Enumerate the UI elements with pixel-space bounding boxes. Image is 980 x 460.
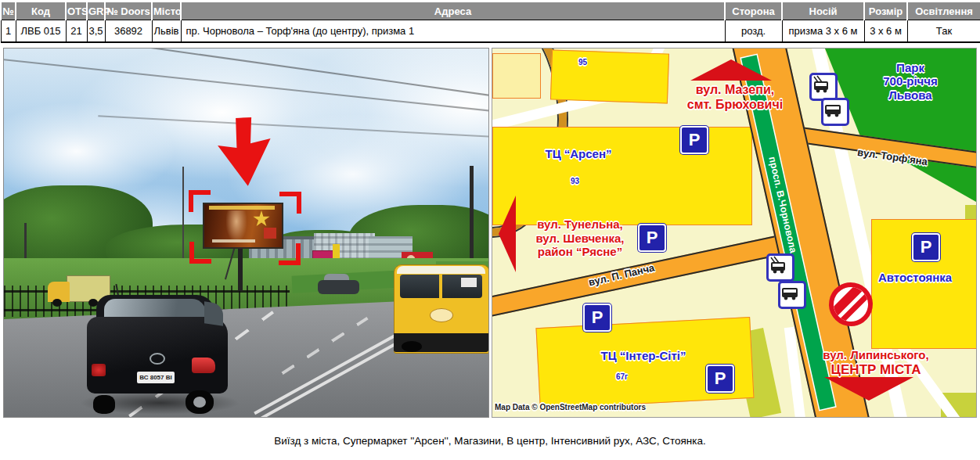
car-license-plate: ВС 8057 ВІ (137, 372, 175, 383)
cell-lighting: Так (907, 20, 980, 43)
label-park: Парк 700-річчя Львова (843, 61, 977, 102)
label-intercity-mall: ТЦ “Інтер-Сіті” (561, 349, 726, 362)
car-logo (150, 353, 165, 365)
label-parking-lot: Автостоянка (852, 271, 977, 284)
house-number-67g: 67г (616, 372, 628, 382)
bus-stop-icon (778, 281, 806, 309)
billboard-pole (238, 244, 243, 291)
direction-label-west: вул. Тунельна, вул. Шевченка, район “Ряс… (510, 217, 650, 259)
direction-label-south: вул. Липинського, ЦЕНТР МІСТА (794, 348, 958, 378)
car-wheel-rim (193, 397, 206, 408)
trolleybus-stop-icon (766, 253, 794, 282)
direction-line: вул. Мазепи, (633, 83, 837, 98)
billboard-art-figure (226, 210, 247, 242)
car-taillight-left (92, 364, 106, 376)
location-description: Виїзд з міста, Супермаркет ''Арсен'', Ма… (0, 435, 980, 447)
car-wheel-left (93, 395, 115, 414)
label-park-line: 700-річчя (843, 74, 977, 88)
col-grp: GRP (87, 2, 105, 20)
red-arrow-marker (212, 115, 278, 190)
crop-mark-bottom-left (189, 242, 211, 264)
label-arsen-mall: ТЦ “Арсен” (516, 147, 641, 160)
car: ВС 8057 ВІ (87, 295, 228, 415)
building-arsen (492, 127, 752, 225)
label-park-line: Парк (843, 61, 977, 74)
cell-size: 3 х 6 м (864, 20, 907, 43)
cell-city: Львів (152, 20, 181, 43)
cell-grp: 3,5 (87, 20, 105, 43)
col-number: № (1, 2, 16, 20)
direction-line: вул. Липинського, (794, 348, 958, 362)
truck-wheel (52, 299, 62, 307)
billboard-table: № Код OTS GRP № Doors Місто Адреса Сторо… (0, 1, 980, 43)
parking-icon: P (583, 304, 611, 332)
col-city: Місто (152, 2, 181, 20)
crop-mark-top-right (279, 192, 301, 214)
parking-icon: P (680, 126, 708, 154)
media-row: ВС 8057 ВІ (3, 48, 977, 418)
col-carrier: Носій (782, 2, 864, 20)
billboard-board (203, 203, 283, 249)
billboard-art-textline (209, 206, 275, 210)
building-intercity (535, 317, 754, 409)
crop-mark-bottom-right (279, 243, 301, 265)
col-address: Адреса (181, 2, 725, 20)
house-number-93: 93 (571, 177, 579, 186)
car-taillight-right (192, 358, 215, 373)
billboard-art-star (253, 210, 270, 228)
label-park-line: Львова (843, 88, 977, 102)
table-header-row: № Код OTS GRP № Doors Місто Адреса Сторо… (1, 2, 980, 20)
parking-icon: P (706, 365, 734, 393)
cell-ots: 21 (66, 20, 87, 43)
direction-label-north: вул. Мазепи, смт. Брюховичі (633, 83, 837, 113)
billboard-listing-page: № Код OTS GRP № Doors Місто Адреса Сторо… (0, 0, 980, 460)
direction-line: вул. Тунельна, (510, 217, 650, 232)
bus-wheel (402, 341, 422, 352)
house-number-95: 95 (578, 58, 587, 67)
col-side: Сторона (725, 2, 782, 20)
car-side-glass (204, 301, 223, 325)
cell-carrier: призма 3 х 6 м (782, 20, 864, 43)
billboard-art-textline (212, 239, 255, 243)
cell-doors: 36892 (105, 20, 152, 43)
cell-side: розд. (725, 20, 782, 43)
cell-number: 1 (1, 20, 16, 43)
bus-route-board (461, 278, 477, 287)
lamp-pole-mid (182, 167, 184, 262)
bus-window-divider (439, 275, 442, 298)
direction-line: ЦЕНТР МІСТА (794, 362, 958, 378)
direction-arrow-north (690, 59, 772, 81)
col-doors: № Doors (105, 2, 152, 20)
crop-mark-top-left (189, 190, 211, 212)
location-photo: ВС 8057 ВІ (3, 48, 489, 418)
col-ots: OTS (66, 2, 87, 20)
cell-address: пр. Чорновола – Торф'яна (до центру), пр… (181, 20, 725, 43)
table-row: 1 ЛВБ 015 21 3,5 36892 Львів пр. Чорново… (1, 20, 980, 43)
location-map: просп. В.Чорновола вул. Торф'яна вул. П.… (492, 48, 977, 418)
bus-emblem (430, 308, 453, 322)
direction-arrow-south (824, 377, 913, 401)
direction-line: район “Рясне” (510, 245, 650, 259)
distant-car-body (318, 280, 359, 294)
bus (394, 264, 488, 352)
bus-roof-strip (397, 266, 485, 274)
parking-icon: P (912, 233, 940, 261)
building-block (492, 53, 541, 99)
direction-line: вул. Шевченка, (510, 232, 650, 246)
col-code: Код (16, 2, 66, 20)
billboard-art-red (264, 228, 276, 239)
col-size: Розмір (864, 2, 907, 20)
distant-car (318, 274, 359, 296)
cell-code: ЛВБ 015 (16, 20, 66, 43)
direction-line: смт. Брюховичі (633, 98, 837, 113)
map-attribution: Map Data © OpenStreetMap contributors (495, 403, 646, 411)
col-lighting: Освітлення (907, 2, 980, 20)
